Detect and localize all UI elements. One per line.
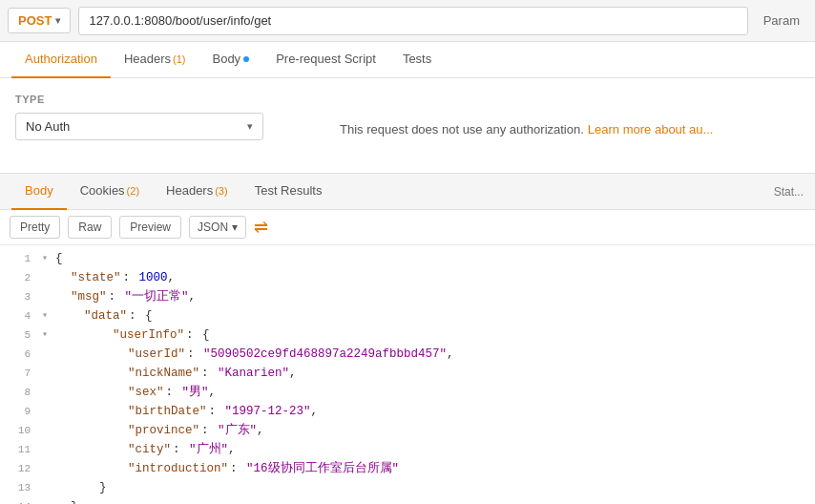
params-button[interactable]: Param bbox=[756, 9, 807, 32]
json-string: "5090502ce9fd468897a2249afbbbd457" bbox=[203, 345, 447, 364]
top-bar: POST ▾ Param bbox=[0, 0, 815, 42]
tab-test-results[interactable]: Test Results bbox=[241, 174, 336, 210]
auth-type-select[interactable]: No Auth ▾ bbox=[15, 113, 263, 140]
json-key: "province" bbox=[128, 421, 199, 440]
method-label: POST bbox=[18, 13, 52, 28]
format-value: JSON bbox=[198, 220, 228, 234]
json-line: 11 "city": "广州", bbox=[0, 440, 815, 459]
tab-headers[interactable]: Headers (1) bbox=[111, 42, 199, 78]
line-number: 3 bbox=[4, 287, 31, 306]
line-number: 13 bbox=[4, 478, 31, 497]
json-line: 9 "birthDate": "1997-12-23", bbox=[0, 402, 815, 421]
auth-left-panel: TYPE No Auth ▾ bbox=[15, 94, 302, 140]
line-number: 14 bbox=[4, 497, 31, 504]
tab-body[interactable]: Body bbox=[199, 42, 262, 78]
json-string: "Kanarien" bbox=[218, 364, 289, 383]
json-line: 13 } bbox=[0, 478, 815, 497]
raw-button[interactable]: Raw bbox=[68, 216, 112, 239]
body-toolbar: Pretty Raw Preview JSON ▾ ⇌ bbox=[0, 210, 815, 245]
json-line: 2 "state": 1000, bbox=[0, 268, 815, 287]
auth-select-chevron-icon: ▾ bbox=[247, 120, 253, 133]
fold-arrow-icon[interactable]: ▾ bbox=[42, 249, 53, 268]
json-punctuation: , bbox=[168, 268, 176, 287]
auth-type-value: No Auth bbox=[26, 119, 70, 134]
json-key: "nickName" bbox=[128, 364, 199, 383]
json-colon: : bbox=[201, 421, 216, 440]
learn-more-link[interactable]: Learn more about au... bbox=[588, 122, 714, 136]
format-select[interactable]: JSON ▾ bbox=[189, 216, 246, 239]
status-label: Stat... bbox=[774, 185, 804, 199]
json-brace: { bbox=[202, 326, 210, 345]
json-string: "广东" bbox=[218, 421, 257, 440]
json-line: 14 } bbox=[0, 497, 815, 504]
indent bbox=[42, 287, 71, 306]
line-number: 12 bbox=[4, 459, 31, 478]
json-key: "state" bbox=[71, 268, 121, 287]
line-number: 10 bbox=[4, 421, 31, 440]
method-button[interactable]: POST ▾ bbox=[8, 8, 71, 33]
json-key: "msg" bbox=[71, 287, 107, 306]
line-number: 2 bbox=[4, 268, 31, 287]
response-tabs: Body Cookies (2) Headers (3) Test Result… bbox=[0, 174, 815, 210]
auth-section: TYPE No Auth ▾ This request does not use… bbox=[0, 78, 815, 174]
json-colon: : bbox=[166, 383, 180, 402]
json-colon: : bbox=[186, 326, 200, 345]
method-chevron-icon: ▾ bbox=[55, 15, 60, 26]
json-colon: : bbox=[230, 459, 244, 478]
json-colon: : bbox=[209, 402, 223, 421]
indent bbox=[42, 421, 128, 440]
json-punctuation: , bbox=[289, 364, 297, 383]
json-line: 7 "nickName": "Kanarien", bbox=[0, 364, 815, 383]
json-line: 4▾ "data": { bbox=[0, 306, 815, 326]
response-status: Stat... bbox=[774, 185, 804, 199]
json-punctuation: , bbox=[228, 440, 236, 459]
json-viewer[interactable]: 1▾ {2 "state": 1000,3 "msg": "一切正常",4▾ "… bbox=[0, 245, 815, 504]
json-brace: { bbox=[145, 306, 153, 326]
json-line: 3 "msg": "一切正常", bbox=[0, 287, 815, 306]
wrap-icon[interactable]: ⇌ bbox=[254, 217, 268, 238]
json-punctuation: , bbox=[447, 345, 454, 364]
json-punctuation: , bbox=[189, 287, 197, 306]
indent bbox=[42, 459, 128, 478]
body-dot-icon bbox=[243, 56, 249, 62]
indent bbox=[55, 306, 84, 326]
json-key: "sex" bbox=[128, 383, 164, 402]
tab-response-headers[interactable]: Headers (3) bbox=[153, 174, 241, 210]
tab-response-cookies[interactable]: Cookies (2) bbox=[67, 174, 153, 210]
pretty-button[interactable]: Pretty bbox=[10, 216, 60, 239]
line-number: 11 bbox=[4, 440, 31, 459]
indent bbox=[42, 440, 128, 459]
indent bbox=[55, 326, 113, 345]
format-chevron-icon: ▾ bbox=[232, 220, 238, 234]
preview-button[interactable]: Preview bbox=[119, 216, 181, 239]
json-string: "广州" bbox=[189, 440, 228, 459]
cookies-badge: (2) bbox=[127, 185, 139, 197]
json-line: 6 "userId": "5090502ce9fd468897a2249afbb… bbox=[0, 345, 815, 364]
indent bbox=[42, 345, 128, 364]
line-number: 1 bbox=[4, 249, 31, 268]
json-colon: : bbox=[129, 306, 143, 326]
json-key: "userInfo" bbox=[113, 326, 184, 345]
request-tabs: Authorization Headers (1) Body Pre-reque… bbox=[0, 42, 815, 78]
fold-arrow-icon[interactable]: ▾ bbox=[42, 306, 53, 326]
json-key: "birthDate" bbox=[128, 402, 207, 421]
fold-arrow-icon[interactable]: ▾ bbox=[42, 326, 53, 345]
json-number: 1000 bbox=[139, 268, 168, 287]
indent bbox=[42, 383, 128, 402]
json-string: "男" bbox=[182, 383, 209, 402]
tab-authorization[interactable]: Authorization bbox=[11, 42, 111, 78]
tab-response-body[interactable]: Body bbox=[11, 174, 67, 210]
json-line: 12 "introduction": "16级协同工作室后台所属" bbox=[0, 459, 815, 478]
url-input[interactable] bbox=[78, 7, 747, 35]
line-number: 5 bbox=[4, 326, 31, 345]
json-string: "16级协同工作室后台所属" bbox=[246, 459, 399, 478]
tab-pre-request-script[interactable]: Pre-request Script bbox=[262, 42, 389, 78]
json-brace: } bbox=[71, 497, 78, 504]
json-line: 8 "sex": "男", bbox=[0, 383, 815, 402]
line-number: 8 bbox=[4, 383, 31, 402]
tab-tests[interactable]: Tests bbox=[389, 42, 445, 78]
json-key: "data" bbox=[84, 306, 127, 326]
json-key: "userId" bbox=[128, 345, 185, 364]
json-line: 5▾ "userInfo": { bbox=[0, 326, 815, 345]
indent bbox=[42, 478, 99, 497]
